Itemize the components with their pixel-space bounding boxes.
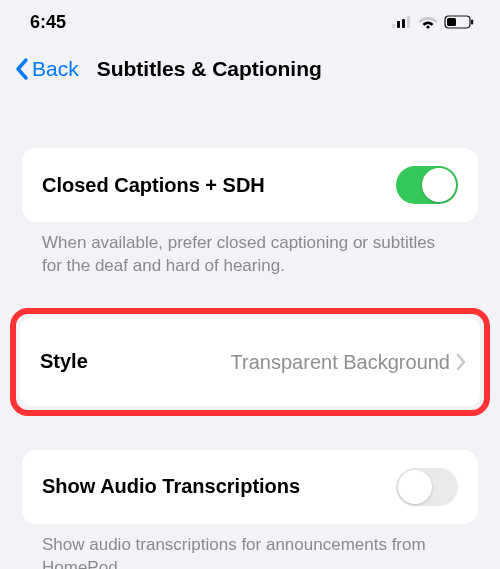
highlight-annotation: Style Transparent Background — [10, 308, 490, 416]
svg-point-4 — [426, 25, 429, 28]
toggle-knob — [398, 470, 432, 504]
svg-rect-0 — [392, 24, 395, 28]
audio-transcriptions-label: Show Audio Transcriptions — [42, 475, 300, 498]
svg-rect-7 — [447, 18, 456, 26]
closed-captions-label: Closed Captions + SDH — [42, 174, 265, 197]
wifi-icon — [418, 15, 438, 29]
closed-captions-footer: When available, prefer closed captioning… — [22, 222, 478, 278]
chevron-left-icon — [14, 57, 30, 81]
svg-rect-1 — [397, 21, 400, 28]
audio-transcriptions-row[interactable]: Show Audio Transcriptions — [22, 450, 478, 524]
cellular-signal-icon — [392, 16, 412, 28]
audio-transcriptions-toggle[interactable] — [396, 468, 458, 506]
page-title: Subtitles & Captioning — [97, 57, 322, 81]
style-value: Transparent Background — [231, 350, 450, 374]
closed-captions-row[interactable]: Closed Captions + SDH — [22, 148, 478, 222]
status-indicators — [392, 15, 474, 29]
style-label: Style — [40, 350, 88, 373]
battery-icon — [444, 15, 474, 29]
audio-transcriptions-footer: Show audio transcriptions for announceme… — [22, 524, 478, 569]
back-label: Back — [32, 57, 79, 81]
style-row[interactable]: Style Transparent Background — [20, 318, 480, 406]
svg-rect-3 — [407, 16, 410, 28]
svg-rect-6 — [471, 20, 473, 25]
toggle-knob — [422, 168, 456, 202]
svg-rect-2 — [402, 19, 405, 28]
back-button[interactable]: Back — [14, 57, 79, 81]
chevron-right-icon — [456, 353, 466, 371]
status-time: 6:45 — [30, 12, 66, 33]
closed-captions-toggle[interactable] — [396, 166, 458, 204]
nav-bar: Back Subtitles & Captioning — [0, 44, 500, 94]
status-bar: 6:45 — [0, 0, 500, 44]
